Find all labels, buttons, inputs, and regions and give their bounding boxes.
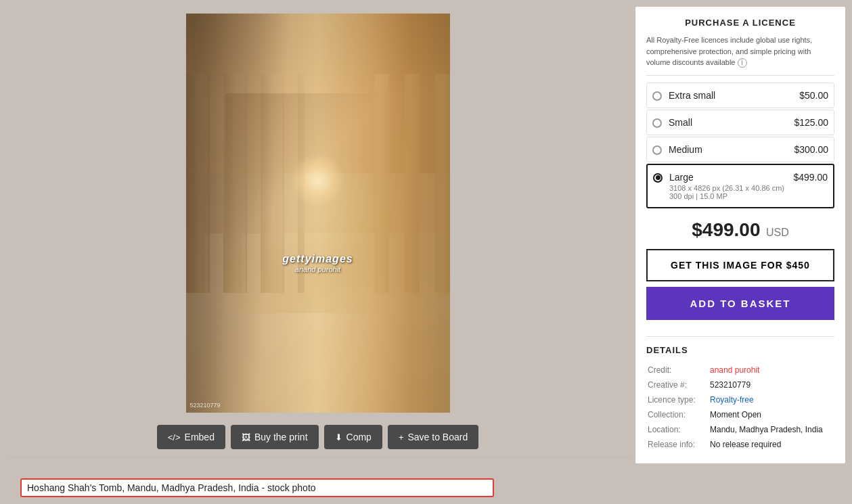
- comp-button[interactable]: ⬇ Comp: [324, 425, 382, 449]
- image-id: 523210779: [190, 402, 221, 409]
- size-option-extra-small[interactable]: Extra small $50.00: [646, 83, 834, 108]
- price-amount: $499.00: [692, 219, 760, 240]
- purchase-panel: PURCHASE A LICENCE All Royalty-Free lice…: [635, 7, 845, 463]
- detail-row-location: Location: Mandu, Madhya Pradesh, India: [648, 423, 833, 436]
- radio-medium[interactable]: [652, 145, 662, 155]
- info-icon[interactable]: i: [738, 58, 747, 68]
- watermark-brand: gettyimages: [282, 253, 353, 265]
- details-table: Credit: anand purohit Creative #: 523210…: [646, 362, 834, 453]
- comp-label: Comp: [346, 432, 372, 442]
- price-currency: USD: [766, 227, 789, 238]
- size-details-large: 3108 x 4826 px (26.31 x 40.86 cm)300 dpi…: [669, 184, 793, 200]
- main-image: gettyimages anand purohit 523210779: [186, 14, 450, 413]
- caption-bar: Hoshang Shah's Tomb, Mandu, Madhya Prade…: [20, 478, 494, 497]
- size-options: Extra small $50.00 Small $125.00 Medium …: [646, 83, 834, 208]
- image-background: [186, 14, 450, 413]
- radio-extra-small[interactable]: [652, 91, 662, 101]
- size-name-small: Small: [669, 117, 794, 128]
- detail-row-credit: Credit: anand purohit: [648, 363, 833, 377]
- discount-button[interactable]: GET THIS IMAGE FOR $450: [646, 249, 834, 281]
- action-buttons-bar: </> Embed 🖼 Buy the print ⬇ Comp + Save …: [157, 425, 478, 449]
- release-label: Release info:: [648, 438, 709, 451]
- size-info-large: Large 3108 x 4826 px (26.31 x 40.86 cm)3…: [669, 172, 793, 200]
- size-info-medium: Medium: [669, 144, 794, 155]
- size-name-medium: Medium: [669, 144, 794, 155]
- bottom-bar: Hoshang Shah's Tomb, Mandu, Madhya Prade…: [0, 463, 852, 504]
- price-display: $499.00 USD: [646, 219, 834, 241]
- radio-large-inner: [656, 175, 660, 180]
- divider-1: [646, 75, 834, 76]
- caption-text: Hoshang Shah's Tomb, Mandu, Madhya Prade…: [27, 482, 316, 493]
- size-name-extra-small: Extra small: [669, 90, 799, 101]
- size-option-medium[interactable]: Medium $300.00: [646, 137, 834, 162]
- details-title: DETAILS: [646, 345, 834, 355]
- embed-label: Embed: [185, 432, 215, 442]
- image-panel: gettyimages anand purohit 523210779 </> …: [7, 7, 629, 463]
- size-option-large[interactable]: Large 3108 x 4826 px (26.31 x 40.86 cm)3…: [646, 164, 834, 208]
- size-price-medium: $300.00: [794, 144, 828, 155]
- size-price-extra-small: $50.00: [799, 90, 828, 101]
- location-value: Mandu, Madhya Pradesh, India: [710, 423, 833, 436]
- creative-value: 523210779: [710, 378, 833, 392]
- add-to-basket-button[interactable]: ADD TO BASKET: [646, 287, 834, 320]
- location-label: Location:: [648, 423, 709, 436]
- detail-row-creative: Creative #: 523210779: [648, 378, 833, 392]
- details-section: DETAILS Credit: anand purohit Creative #…: [646, 336, 834, 453]
- licence-type-label: Licence type:: [648, 393, 709, 407]
- size-price-large: $499.00: [793, 172, 828, 183]
- licence-type-value[interactable]: Royalty-free: [710, 393, 833, 407]
- size-option-small[interactable]: Small $125.00: [646, 110, 834, 135]
- size-info-extra-small: Extra small: [669, 90, 799, 101]
- radio-large[interactable]: [653, 173, 663, 183]
- divider: [7, 457, 629, 458]
- collection-value: Moment Open: [710, 408, 833, 421]
- release-value: No release required: [710, 438, 833, 451]
- detail-row-collection: Collection: Moment Open: [648, 408, 833, 421]
- save-icon: +: [399, 432, 404, 442]
- size-price-small: $125.00: [794, 117, 828, 128]
- save-to-board-button[interactable]: + Save to Board: [388, 425, 478, 449]
- detail-row-licence: Licence type: Royalty-free: [648, 393, 833, 407]
- creative-label: Creative #:: [648, 378, 709, 392]
- purchase-title: PURCHASE A LICENCE: [646, 18, 834, 28]
- print-icon: 🖼: [242, 432, 250, 442]
- credit-label: Credit:: [648, 363, 709, 377]
- radio-small[interactable]: [652, 118, 662, 128]
- buy-print-button[interactable]: 🖼 Buy the print: [231, 425, 319, 449]
- size-info-small: Small: [669, 117, 794, 128]
- embed-button[interactable]: </> Embed: [157, 425, 225, 449]
- comp-icon: ⬇: [335, 432, 342, 442]
- credit-value[interactable]: anand purohit: [710, 363, 833, 377]
- size-name-large: Large: [669, 172, 793, 183]
- licence-note-text: All Royalty-Free licences include global…: [646, 36, 812, 66]
- watermark-photographer: anand purohit: [282, 265, 353, 273]
- watermark: gettyimages anand purohit: [282, 253, 353, 273]
- licence-note: All Royalty-Free licences include global…: [646, 35, 834, 68]
- detail-row-release: Release info: No release required: [648, 438, 833, 451]
- save-label: Save to Board: [407, 432, 468, 442]
- buy-print-label: Buy the print: [254, 432, 308, 442]
- embed-icon: </>: [168, 432, 181, 442]
- collection-label: Collection:: [648, 408, 709, 421]
